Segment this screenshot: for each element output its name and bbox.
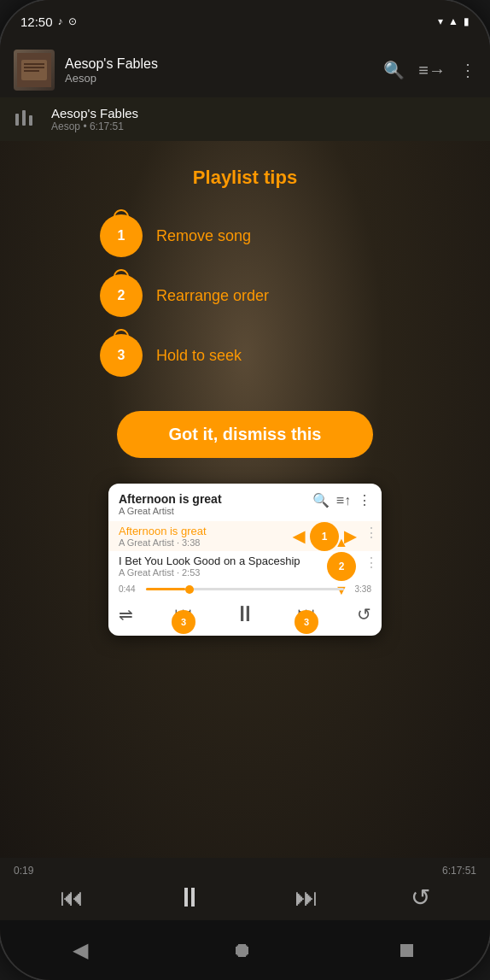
mini-pause-button[interactable]: ⏸ xyxy=(234,601,256,627)
track-meta: Aesop • 6:17:51 xyxy=(51,120,476,132)
status-right-icons: ▾ ▲ ▮ xyxy=(438,15,470,27)
mini-track-1-artist: A Great Artist xyxy=(119,537,174,548)
track-duration: 6:17:51 xyxy=(90,120,124,132)
tip-item-1: 1 Remove song xyxy=(100,214,390,257)
bottom-next-button[interactable]: ⏭ xyxy=(295,883,318,912)
mini-track-2-duration: 2:53 xyxy=(182,567,200,578)
progress-track[interactable] xyxy=(146,588,344,590)
mini-next-badge-3: 3 xyxy=(295,610,318,634)
mini-more-icon[interactable]: ⋮ xyxy=(358,492,371,508)
headphone-icon-2 xyxy=(109,266,133,290)
mini-track-1-name: Afternoon is great xyxy=(119,525,207,537)
top-bar-info: Aesop's Fables Aesop xyxy=(65,56,373,85)
mini-track-1-duration: 3:38 xyxy=(182,537,200,548)
bottom-controls: ⏮ ⏸ ⏭ ↺ xyxy=(14,882,476,913)
svg-rect-5 xyxy=(15,114,19,126)
search-button[interactable]: 🔍 xyxy=(383,60,405,80)
bottom-time-current: 0:19 xyxy=(14,865,33,877)
phone-inner: 12:50 ♪ ⊙ ▾ ▲ ▮ xyxy=(0,0,490,980)
track-info: Aesop's Fables Aesop • 6:17:51 xyxy=(51,106,476,132)
bottom-time-row: 0:19 6:17:51 xyxy=(14,865,476,877)
headphone-icon-1 xyxy=(109,206,133,230)
mini-player-title: Afternoon is great xyxy=(119,492,222,506)
mini-track-2-name: I Bet You Look Good on a Spaceship xyxy=(119,555,300,567)
tip-number-1: 1 xyxy=(118,228,125,244)
mini-track-2-artist: A Great Artist xyxy=(119,567,174,578)
svg-rect-7 xyxy=(29,115,32,126)
mini-track-2-info: I Bet You Look Good on a Spaceship A Gre… xyxy=(119,555,300,578)
mini-track-more-2[interactable]: ⋮ xyxy=(365,555,378,571)
tip-text-2: Rearrange order xyxy=(156,287,269,305)
left-arrow-icon: ◀ xyxy=(293,527,305,546)
mini-controls: ⇌ ⏮ 3 ⏸ ⏭ 3 ↺ xyxy=(108,597,382,636)
mini-search-icon[interactable]: 🔍 xyxy=(312,492,330,508)
current-track-row: Aesop's Fables Aesop • 6:17:51 xyxy=(0,97,490,141)
mini-track-1-info: Afternoon is great A Great Artist · 3:38 xyxy=(119,525,207,548)
more-button[interactable]: ⋮ xyxy=(459,60,476,80)
mini-track-more-1[interactable]: ⋮ xyxy=(365,525,378,541)
bottom-prev-button[interactable]: ⏮ xyxy=(60,883,84,912)
mini-track-inactive[interactable]: I Bet You Look Good on a Spaceship A Gre… xyxy=(108,551,382,581)
track-name: Aesop's Fables xyxy=(51,106,476,120)
back-button[interactable]: ◀ xyxy=(73,938,88,962)
nav-bar: ◀ ⏺ ⏹ xyxy=(0,920,490,980)
tip-number-2: 2 xyxy=(118,288,125,303)
status-time: 12:50 xyxy=(20,15,53,29)
progress-fill xyxy=(146,588,185,590)
playlist-tips-title: Playlist tips xyxy=(193,167,297,189)
track-artist: Aesop xyxy=(51,120,80,132)
up-arrow-icon: ▲ xyxy=(335,535,348,550)
music-status-icon: ♪ xyxy=(58,15,63,27)
at-status-icon: ⊙ xyxy=(68,15,77,27)
mini-player-info: Afternoon is great A Great Artist xyxy=(119,492,222,516)
mini-player-header: Afternoon is great A Great Artist 🔍 ≡↑ ⋮ xyxy=(108,484,382,521)
home-button[interactable]: ⏺ xyxy=(232,938,253,962)
progress-dot xyxy=(185,585,194,594)
top-bar: Aesop's Fables Aesop 🔍 ≡→ ⋮ xyxy=(0,43,490,97)
mini-track-1-meta: A Great Artist · 3:38 xyxy=(119,537,207,548)
mini-shuffle-button[interactable]: ⇌ xyxy=(119,604,133,625)
album-art xyxy=(14,50,55,91)
mini-repeat-button[interactable]: ↺ xyxy=(357,604,371,625)
headphone-icon-3 xyxy=(109,326,133,349)
mini-player-artist: A Great Artist xyxy=(119,506,222,516)
tip-badge-1: 1 xyxy=(100,214,143,257)
battery-icon: ▮ xyxy=(464,15,470,27)
svg-rect-4 xyxy=(24,70,39,72)
mini-next-container: ⏭ 3 xyxy=(297,603,316,625)
eq-icon xyxy=(14,109,41,130)
dismiss-button[interactable]: Got it, dismiss this xyxy=(117,411,373,458)
svg-rect-3 xyxy=(24,67,44,68)
wifi-icon: ▾ xyxy=(438,15,443,27)
mini-header-icons: 🔍 ≡↑ ⋮ xyxy=(312,492,371,508)
top-bar-artist: Aesop xyxy=(65,72,373,85)
album-art-placeholder xyxy=(14,50,55,91)
bottom-bar: 0:19 6:17:51 ⏮ ⏸ ⏭ ↺ xyxy=(0,858,490,920)
tip-item-3: 3 Hold to seek xyxy=(100,334,390,377)
phone-frame: 12:50 ♪ ⊙ ▾ ▲ ▮ xyxy=(0,0,490,980)
mini-playlist-icon[interactable]: ≡↑ xyxy=(336,493,351,508)
bottom-repeat-button[interactable]: ↺ xyxy=(411,883,430,912)
tips-list: 1 Remove song 2 Rearrange order xyxy=(100,214,390,377)
tip-text-1: Remove song xyxy=(156,227,251,245)
overlay-content: Playlist tips 1 Remove song xyxy=(0,141,490,858)
track-separator: • xyxy=(83,120,90,132)
tip-badge-3: 3 xyxy=(100,334,143,377)
tip-badge-2: 2 xyxy=(100,274,143,317)
signal-icon: ▲ xyxy=(448,15,458,27)
mini-track-2-meta: A Great Artist · 2:53 xyxy=(119,567,300,578)
tip-overlay-badge-2: 2 xyxy=(327,552,356,581)
status-bar: 12:50 ♪ ⊙ ▾ ▲ ▮ xyxy=(0,0,490,43)
bottom-pause-button[interactable]: ⏸ xyxy=(176,882,203,913)
tip-number-3: 3 xyxy=(118,348,125,363)
svg-rect-6 xyxy=(22,110,26,126)
mini-prev-badge-3: 3 xyxy=(172,610,195,634)
top-bar-actions: 🔍 ≡→ ⋮ xyxy=(383,60,476,80)
playlist-button[interactable]: ≡→ xyxy=(418,61,446,80)
tip-item-2: 2 Rearrange order xyxy=(100,274,390,317)
mini-player-card: Afternoon is great A Great Artist 🔍 ≡↑ ⋮… xyxy=(108,484,382,636)
bottom-time-total: 6:17:51 xyxy=(442,865,476,877)
recents-button[interactable]: ⏹ xyxy=(397,938,417,962)
svg-rect-2 xyxy=(24,63,44,65)
status-left: 12:50 ♪ ⊙ xyxy=(20,15,77,29)
